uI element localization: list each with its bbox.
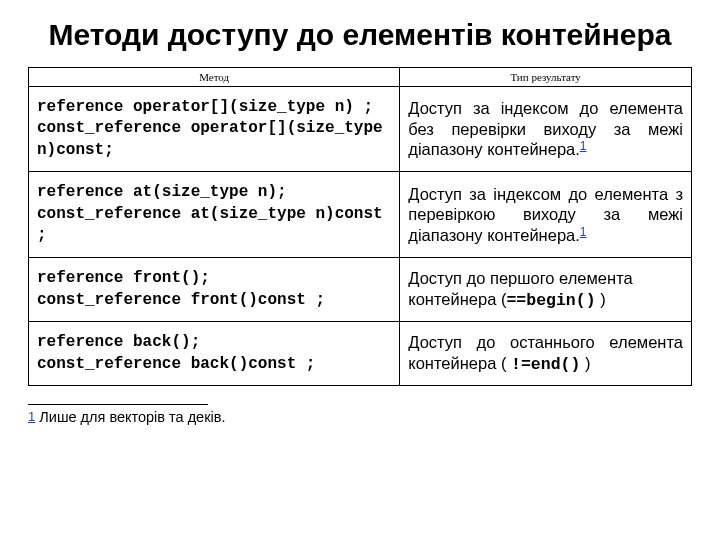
- footnote-separator: [28, 404, 208, 405]
- footnote: 1 Лише для векторів та деків.: [28, 409, 692, 425]
- footnote-text: Лише для векторів та деків.: [35, 409, 225, 425]
- result-text: Доступ за індексом до елемента без перев…: [408, 99, 683, 158]
- footnote-ref: 1: [580, 225, 587, 239]
- page-title: Методи доступу до елементів контейнера: [28, 18, 692, 53]
- code-inline: !=end(): [511, 355, 580, 374]
- method-cell: reference front(); const_reference front…: [29, 258, 400, 322]
- result-cell: Доступ за індексом до елемента без перев…: [400, 86, 692, 172]
- method-cell: reference operator[](size_type n) ; cons…: [29, 86, 400, 172]
- table-row: reference operator[](size_type n) ; cons…: [29, 86, 692, 172]
- table-row: reference front(); const_reference front…: [29, 258, 692, 322]
- result-cell: Доступ за індексом до елемента з перевір…: [400, 172, 692, 258]
- result-cell: Доступ до першого елемента контейнера (=…: [400, 258, 692, 322]
- table-row: reference back(); const_reference back()…: [29, 322, 692, 386]
- result-text: Доступ за індексом до елемента з перевір…: [408, 185, 683, 244]
- result-cell: Доступ до останнього елемента контейнера…: [400, 322, 692, 386]
- result-text: ): [596, 290, 606, 308]
- table-row: reference at(size_type n); const_referen…: [29, 172, 692, 258]
- footnote-ref: 1: [580, 139, 587, 153]
- code-inline: ==begin(): [506, 291, 595, 310]
- methods-table: Метод Тип результату reference operator[…: [28, 67, 692, 387]
- col-result: Тип результату: [400, 67, 692, 86]
- method-cell: reference at(size_type n); const_referen…: [29, 172, 400, 258]
- method-cell: reference back(); const_reference back()…: [29, 322, 400, 386]
- table-header-row: Метод Тип результату: [29, 67, 692, 86]
- col-method: Метод: [29, 67, 400, 86]
- result-text: ): [580, 354, 590, 372]
